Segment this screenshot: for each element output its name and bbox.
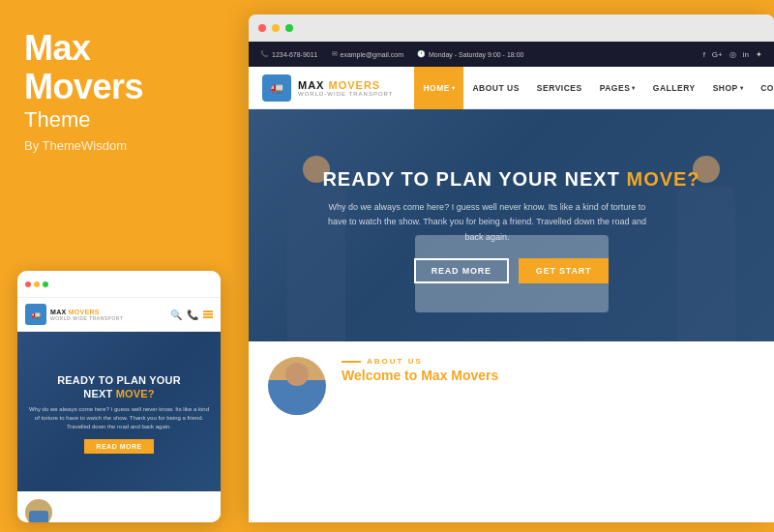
about-avatar-head: [285, 363, 309, 386]
mobile-about-preview: [17, 491, 221, 522]
browser-dot-yellow: [272, 24, 280, 32]
mobile-nav-icons: 🔍 📞: [170, 310, 213, 320]
hero-description: Why do we always come here? I guess well…: [322, 200, 651, 245]
topbar-email: ✉ example@gmail.com: [332, 50, 403, 58]
topbar-hours: 🕐 Monday - Saturday 9:00 - 18:00: [417, 50, 523, 58]
mobile-phone-icon[interactable]: 📞: [187, 310, 198, 320]
nav-logo-icon: 🚛: [262, 74, 291, 102]
browser-top-bar: [249, 15, 774, 42]
mobile-logo-sub: WORLD-WIDE TRANSPORT: [50, 315, 166, 321]
nav-logo-name: MAX MOVERS: [298, 79, 393, 91]
mobile-logo-icon: 🚛: [25, 304, 46, 325]
nav-logo-text: MAX MOVERS WORLD-WIDE TRANSPORT: [298, 79, 393, 97]
phone-icon: 📞: [260, 50, 269, 58]
mobile-dot-yellow: [34, 281, 40, 287]
about-avatar-body: [278, 386, 316, 415]
mobile-hero-content: READY TO PLAN YOUR NEXT MOVE? Why do we …: [27, 373, 211, 455]
email-icon: ✉: [332, 50, 338, 58]
nav-item-home[interactable]: HOME ▾: [414, 67, 463, 109]
mobile-hero-desc: Why do we always come here? I guess well…: [27, 405, 211, 431]
read-more-button[interactable]: READ MORE: [414, 258, 509, 283]
googleplus-icon[interactable]: G+: [712, 50, 723, 59]
hero-content: READY TO PLAN YOUR NEXT MOVE? Why do we …: [322, 167, 700, 283]
nav-logo: 🚛 MAX MOVERS WORLD-WIDE TRANSPORT: [262, 74, 393, 102]
mobile-mockup: 🚛 MAX MOVERS WORLD-WIDE TRANSPORT 🔍 📞 RE…: [17, 271, 221, 522]
browser-dot-red: [258, 24, 266, 32]
mobile-dot-green: [43, 281, 48, 287]
mobile-avatar: [25, 499, 52, 522]
nav-logo-sub: WORLD-WIDE TRANSPORT: [298, 91, 393, 97]
mobile-search-icon[interactable]: 🔍: [170, 310, 182, 320]
mobile-hero: READY TO PLAN YOUR NEXT MOVE? Why do we …: [17, 332, 221, 491]
mobile-top-bar: [17, 271, 221, 298]
website-hero: READY TO PLAN YOUR NEXT MOVE? Why do we …: [249, 109, 774, 341]
linkedin-icon[interactable]: in: [743, 50, 749, 59]
pages-chevron-icon: ▾: [632, 84, 636, 91]
brand-title: Max Movers Theme By ThemeWisdom: [24, 29, 213, 153]
about-avatar: [268, 357, 326, 415]
twitter-icon[interactable]: ✦: [756, 50, 762, 59]
about-label-line: ABOUT US: [342, 357, 498, 366]
clock-icon: 🕐: [417, 50, 426, 58]
mobile-avatar-body: [29, 511, 48, 522]
website-topbar: 📞 1234-678-9011 ✉ example@gmail.com 🕐 Mo…: [249, 42, 774, 67]
hero-buttons: READ MORE GET START: [322, 258, 700, 283]
topbar-phone: 📞 1234-678-9011: [260, 50, 318, 58]
about-label: ABOUT US: [367, 357, 423, 366]
main-nav: 🚛 MAX MOVERS WORLD-WIDE TRANSPORT HOME ▾…: [249, 67, 774, 109]
home-chevron-icon: ▾: [452, 84, 456, 91]
about-text: ABOUT US Welcome to Max Movers: [342, 357, 498, 383]
shop-chevron-icon: ▾: [740, 84, 744, 91]
nav-item-shop[interactable]: SHOP ▾: [704, 67, 753, 109]
nav-item-contact[interactable]: CONTACT US: [752, 67, 774, 109]
mobile-nav: 🚛 MAX MOVERS WORLD-WIDE TRANSPORT 🔍 📞: [17, 298, 221, 332]
nav-item-services[interactable]: SERVICES: [528, 67, 591, 109]
topbar-left: 📞 1234-678-9011 ✉ example@gmail.com 🕐 Mo…: [260, 50, 523, 58]
mobile-read-more-button[interactable]: READ MORE: [84, 439, 153, 454]
mobile-logo-name: MAX MOVERS: [50, 309, 166, 315]
instagram-icon[interactable]: ◎: [729, 50, 736, 59]
nav-item-about[interactable]: ABOUT US: [463, 67, 527, 109]
hero-title: READY TO PLAN YOUR NEXT MOVE?: [322, 167, 700, 191]
get-start-button[interactable]: GET START: [519, 258, 610, 283]
about-label-dash: [342, 361, 361, 363]
facebook-icon[interactable]: f: [703, 50, 705, 59]
left-panel: Max Movers Theme By ThemeWisdom 🚛 MAX MO…: [0, 0, 237, 532]
mobile-hero-title: READY TO PLAN YOUR NEXT MOVE?: [27, 373, 211, 401]
mobile-logo-text: MAX MOVERS WORLD-WIDE TRANSPORT: [50, 309, 166, 321]
nav-item-pages[interactable]: PAGES ▾: [591, 67, 644, 109]
about-preview: ABOUT US Welcome to Max Movers: [249, 341, 774, 430]
mobile-dot-red: [25, 281, 31, 287]
browser-mockup: 📞 1234-678-9011 ✉ example@gmail.com 🕐 Mo…: [249, 15, 774, 522]
mobile-window-dots: [25, 281, 48, 287]
browser-dot-green: [285, 24, 293, 32]
nav-item-gallery[interactable]: GALLERY: [644, 67, 704, 109]
about-heading: Welcome to Max Movers: [342, 368, 498, 383]
mobile-menu-icon[interactable]: [203, 310, 213, 318]
nav-menu: HOME ▾ ABOUT US SERVICES PAGES ▾ GALLERY…: [414, 67, 774, 109]
topbar-social: f G+ ◎ in ✦: [703, 50, 762, 59]
